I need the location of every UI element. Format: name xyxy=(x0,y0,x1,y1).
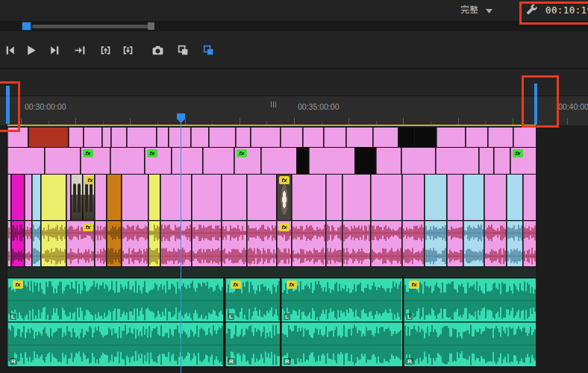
timeline-clip[interactable] xyxy=(11,221,24,266)
timeline-clip[interactable] xyxy=(157,128,168,147)
timeline-clip[interactable] xyxy=(326,175,342,220)
timeline-clip[interactable] xyxy=(297,148,308,174)
preset-dropdown[interactable]: 完整 xyxy=(460,4,492,16)
timeline-clip[interactable] xyxy=(192,221,221,266)
duplicate-button[interactable] xyxy=(175,42,191,58)
timeline-clip[interactable] xyxy=(25,175,31,220)
timeline-clip[interactable] xyxy=(466,128,487,147)
timeline-clip[interactable] xyxy=(203,148,234,174)
timeline-clip[interactable] xyxy=(402,221,424,266)
timeline-clip[interactable] xyxy=(371,175,401,220)
timeline-clip[interactable] xyxy=(447,175,463,220)
timeline-clip[interactable]: fx xyxy=(81,148,110,174)
timeline-clip[interactable] xyxy=(7,175,10,220)
timeline-clip[interactable] xyxy=(172,148,202,174)
timeline-clip[interactable]: fxL xyxy=(281,278,402,322)
timeline-clip[interactable] xyxy=(373,128,398,147)
timeline-clip[interactable] xyxy=(107,175,121,220)
timeline-clip[interactable] xyxy=(507,221,522,266)
timeline-clip[interactable] xyxy=(148,221,160,266)
timeline-clip[interactable]: R xyxy=(225,322,280,366)
zoom-scrollbar-right-handle[interactable] xyxy=(148,22,154,30)
timeline-clip[interactable] xyxy=(11,175,24,220)
sequence-end-marker[interactable] xyxy=(534,84,537,125)
timeline-clip[interactable]: fx xyxy=(66,221,94,266)
timeline-clip[interactable] xyxy=(513,128,536,147)
timeline-clip[interactable] xyxy=(247,175,276,220)
timeline-clip[interactable] xyxy=(66,175,70,220)
timeline-clip[interactable] xyxy=(346,128,372,147)
timeline-clip[interactable] xyxy=(309,148,354,174)
timeline-clip[interactable] xyxy=(169,128,190,147)
sequence-start-marker[interactable] xyxy=(6,86,10,124)
zoom-scrollbar-left-handle[interactable] xyxy=(22,22,31,31)
timeline-clip[interactable] xyxy=(111,128,126,147)
timeline-clip[interactable] xyxy=(45,148,80,174)
timeline-clip[interactable] xyxy=(7,148,44,174)
timeline-clip[interactable]: fxL xyxy=(7,278,223,322)
timeline-clip[interactable]: fx xyxy=(510,148,536,174)
timeline-clip[interactable] xyxy=(251,128,280,147)
timeline-clip[interactable] xyxy=(236,128,250,147)
timeline-clip[interactable]: fx xyxy=(83,175,94,220)
timeline-clip[interactable] xyxy=(95,221,106,266)
timeline-clip[interactable] xyxy=(32,221,40,266)
export-frame-button[interactable] xyxy=(149,42,166,58)
timeline-clip[interactable] xyxy=(7,221,10,266)
timeline-clip[interactable] xyxy=(69,128,83,147)
timeline-clip[interactable] xyxy=(523,221,536,266)
timeline-clip[interactable] xyxy=(292,221,325,266)
step-back-button[interactable] xyxy=(1,42,18,58)
timeline-clip[interactable] xyxy=(507,175,522,220)
timeline-clip[interactable] xyxy=(463,175,484,220)
timeline-clip[interactable] xyxy=(222,221,246,266)
timeline-clip[interactable] xyxy=(355,148,375,174)
timeline-clip[interactable] xyxy=(41,221,66,266)
timeline-clip[interactable]: R xyxy=(7,322,223,366)
timeline-clip[interactable] xyxy=(494,148,510,174)
timeline-zoom-scrollbar[interactable] xyxy=(0,21,588,31)
timeline-clip[interactable] xyxy=(425,175,446,220)
timeline-clip[interactable] xyxy=(479,148,493,174)
timeline-clip[interactable] xyxy=(326,221,342,266)
timeline-clip[interactable]: fx xyxy=(234,148,260,174)
timeline-clip[interactable] xyxy=(463,221,484,266)
timeline-clip[interactable] xyxy=(110,148,144,174)
timeline-clip[interactable] xyxy=(437,128,465,147)
timeline-clip[interactable] xyxy=(160,175,191,220)
timeline-clip[interactable] xyxy=(324,128,345,147)
work-area-bar[interactable] xyxy=(7,125,536,126)
timeline-clip[interactable] xyxy=(122,221,148,266)
timeline-clip[interactable]: fxL xyxy=(225,278,280,322)
timeline-clip[interactable] xyxy=(28,128,68,147)
timeline-clip[interactable] xyxy=(209,128,235,147)
play-button[interactable] xyxy=(22,42,39,58)
timeline-clip[interactable] xyxy=(247,221,276,266)
timeline-clip[interactable] xyxy=(436,148,478,174)
timeline-clip[interactable]: R xyxy=(281,322,402,366)
timeline-clip[interactable] xyxy=(95,175,106,220)
timeline-clip[interactable] xyxy=(122,175,148,220)
lift-button[interactable] xyxy=(97,42,113,58)
timeline-clip[interactable] xyxy=(376,148,401,174)
timeline-clip[interactable] xyxy=(107,221,121,266)
timeline-ruler[interactable]: 00:30:00:0000:35:00:0000:40:00:00 xyxy=(0,95,588,125)
timeline-clip[interactable] xyxy=(84,128,101,147)
timeline-clip[interactable] xyxy=(191,128,208,147)
timeline-clip[interactable] xyxy=(32,175,40,220)
timeline-clip[interactable] xyxy=(371,221,401,266)
timeline-clip[interactable] xyxy=(343,175,370,220)
timeline-clip[interactable] xyxy=(303,128,323,147)
timeline-marker-icon[interactable] xyxy=(271,101,277,107)
timeline-clip[interactable] xyxy=(102,128,110,147)
timeline-clip[interactable] xyxy=(415,128,436,147)
sync-settings-button[interactable] xyxy=(200,42,216,58)
timeline-clip[interactable] xyxy=(484,175,506,220)
timeline-clip[interactable] xyxy=(425,221,446,266)
go-to-out-button[interactable] xyxy=(72,42,88,58)
timeline-clip[interactable] xyxy=(523,175,536,220)
timeline-clip[interactable] xyxy=(343,221,370,266)
step-forward-button[interactable] xyxy=(46,42,63,58)
timeline-clip[interactable] xyxy=(222,175,246,220)
wrench-icon[interactable] xyxy=(525,4,539,17)
